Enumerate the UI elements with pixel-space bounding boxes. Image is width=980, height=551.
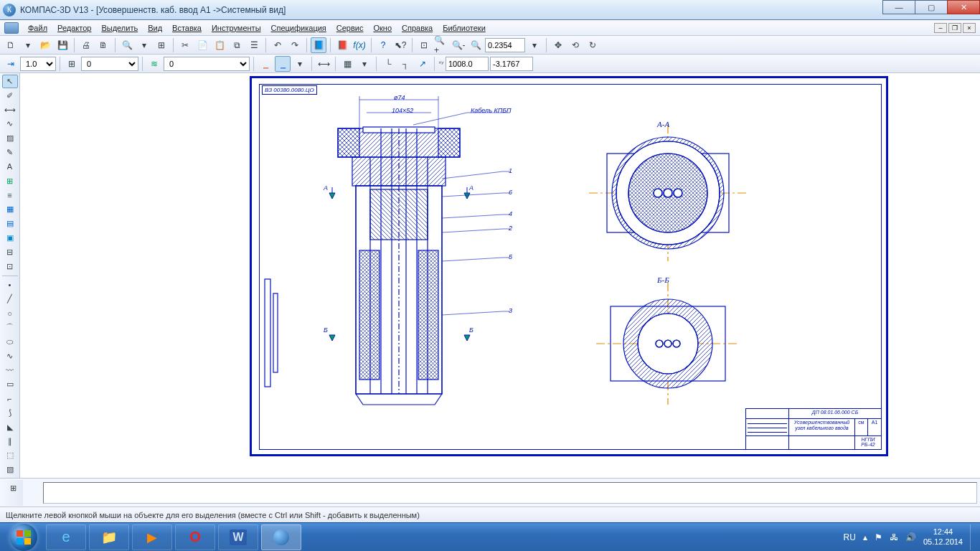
redo-button[interactable]: ↷ (287, 37, 303, 53)
coord-x-input[interactable] (446, 57, 489, 71)
menu-window[interactable]: Окно (368, 22, 397, 34)
task-opera[interactable]: O (175, 524, 215, 550)
spline-tool[interactable]: ∿ (2, 349, 18, 363)
ellipse-tool[interactable]: ⬭ (2, 335, 18, 349)
show-desktop-button[interactable] (970, 524, 976, 550)
minimize-button[interactable]: — (882, 0, 915, 14)
app-menu-icon[interactable] (4, 22, 19, 34)
report-tool[interactable]: ⊡ (2, 260, 18, 273)
menu-editor[interactable]: Редактор (52, 22, 96, 34)
property-panel-body[interactable] (43, 482, 977, 504)
rect-tool[interactable]: ▭ (2, 377, 18, 391)
edit-tool[interactable]: ✎ (2, 146, 18, 159)
geometry-tool[interactable]: ✐ (2, 89, 18, 103)
dim-button[interactable]: ⟷ (316, 56, 331, 72)
state-icon[interactable]: ⊞ (64, 56, 80, 72)
save-button[interactable]: 💾 (55, 37, 70, 53)
table-tool[interactable]: ⊞ (2, 174, 18, 188)
zoom-input[interactable] (485, 38, 525, 52)
variables-button[interactable]: 📘 (311, 37, 326, 53)
help-button[interactable]: ? (375, 37, 391, 53)
state-select[interactable]: 0 (81, 57, 138, 71)
fill-tool[interactable]: ▧ (2, 463, 18, 476)
zoom-window-button[interactable]: ⊡ (416, 37, 432, 53)
grid-button[interactable]: ▦ (339, 56, 355, 72)
layer-select[interactable]: 0 (164, 57, 250, 71)
ortho-button[interactable]: └ (380, 56, 396, 72)
select-tool[interactable]: ↖ (2, 75, 18, 88)
spec-tool[interactable]: ⊟ (2, 245, 18, 259)
close-button[interactable]: ✕ (947, 0, 980, 14)
menu-service[interactable]: Сервис (331, 22, 369, 34)
preview-button[interactable]: 🗎 (95, 37, 111, 53)
measure-tool[interactable]: ▦ (2, 202, 18, 216)
coord-y-input[interactable] (490, 57, 533, 71)
menu-help[interactable]: Справка (397, 22, 438, 34)
task-word[interactable]: W (218, 524, 258, 550)
tray-up-icon[interactable]: ▴ (863, 532, 867, 542)
notation-tool[interactable]: ∿ (2, 117, 18, 131)
line-tool[interactable]: ╱ (2, 292, 18, 306)
zoom-scale-button[interactable]: 🔍 (468, 37, 484, 53)
menu-file[interactable]: Файл (23, 22, 52, 34)
perp-button[interactable]: ┐ (397, 56, 413, 72)
bezier-tool[interactable]: 〰 (2, 364, 18, 377)
point-tool[interactable]: • (2, 278, 18, 292)
drawing-canvas[interactable]: ВЗ 00380.0080.ЦО (20, 73, 980, 478)
text-tool[interactable]: A (2, 160, 18, 174)
context-help-button[interactable]: ⬉? (392, 37, 408, 53)
fillet-tool[interactable]: ⟆ (2, 406, 18, 420)
tree-button[interactable]: ⊞ (154, 37, 169, 53)
new-dropdown[interactable]: ▾ (20, 37, 36, 53)
library-button[interactable]: 📕 (334, 37, 350, 53)
start-button[interactable] (4, 524, 43, 550)
chamfer-tool[interactable]: ◣ (2, 420, 18, 434)
menu-spec[interactable]: Спецификация (266, 22, 331, 34)
network-icon[interactable]: 🖧 (890, 532, 898, 542)
menu-insert[interactable]: Вставка (167, 22, 207, 34)
menu-libs[interactable]: Библиотеки (438, 22, 491, 34)
copy-button[interactable]: 📄 (194, 37, 210, 53)
arc-tool[interactable]: ⌒ (2, 321, 18, 334)
menu-view[interactable]: Вид (143, 22, 167, 34)
round-button[interactable]: ↗ (415, 56, 430, 72)
orbit-button[interactable]: ⟲ (567, 37, 583, 53)
layer-icon[interactable]: ≋ (146, 56, 162, 72)
dim-tool[interactable]: ⟷ (2, 103, 18, 117)
step-icon[interactable]: ⇥ (3, 56, 19, 72)
new-button[interactable]: 🗋 (3, 37, 19, 53)
task-ie[interactable]: e (46, 524, 86, 550)
line-active-button[interactable]: ⎯ (275, 56, 291, 72)
clock[interactable]: 12:44 05.12.2014 (923, 527, 963, 546)
dropdown-icon[interactable]: ▾ (292, 56, 308, 72)
flag-icon[interactable]: ⚑ (875, 532, 882, 542)
refresh-button[interactable]: ↻ (585, 37, 600, 53)
task-explorer[interactable]: 📁 (89, 524, 129, 550)
mdi-restore-button[interactable]: ❐ (948, 23, 961, 33)
dropdown-icon[interactable]: ▾ (136, 37, 152, 53)
line-style-button[interactable]: ⎯ (258, 56, 273, 72)
cut-button[interactable]: ✂ (177, 37, 193, 53)
properties-button[interactable]: ☰ (246, 37, 262, 53)
menu-select[interactable]: Выделить (96, 22, 143, 34)
view-tool[interactable]: ▣ (2, 231, 18, 245)
clone-button[interactable]: ⧉ (229, 37, 245, 53)
hatch-tool[interactable]: ▨ (2, 131, 18, 145)
zoom-dropdown[interactable]: ▾ (527, 37, 542, 53)
panel-btn-1[interactable]: ⊞ (5, 481, 21, 496)
mdi-minimize-button[interactable]: – (934, 23, 947, 33)
pan-button[interactable]: ✥ (550, 37, 566, 53)
layer-tool[interactable]: ▤ (2, 217, 18, 230)
circle-tool[interactable]: ○ (2, 306, 18, 320)
param-tool[interactable]: ≡ (2, 189, 18, 202)
hatch2-tool[interactable]: ⬚ (2, 448, 18, 462)
paste-button[interactable]: 📋 (212, 37, 227, 53)
fx-button[interactable]: f(x) (352, 37, 367, 53)
task-kompas[interactable] (261, 524, 301, 550)
zoom-in-button[interactable]: 🔍+ (433, 37, 449, 53)
offset-tool[interactable]: ∥ (2, 435, 18, 448)
mdi-close-button[interactable]: × (963, 23, 976, 33)
open-button[interactable]: 📂 (37, 37, 53, 53)
maximize-button[interactable]: ▢ (915, 0, 948, 14)
print-button[interactable]: 🖨 (78, 37, 94, 53)
